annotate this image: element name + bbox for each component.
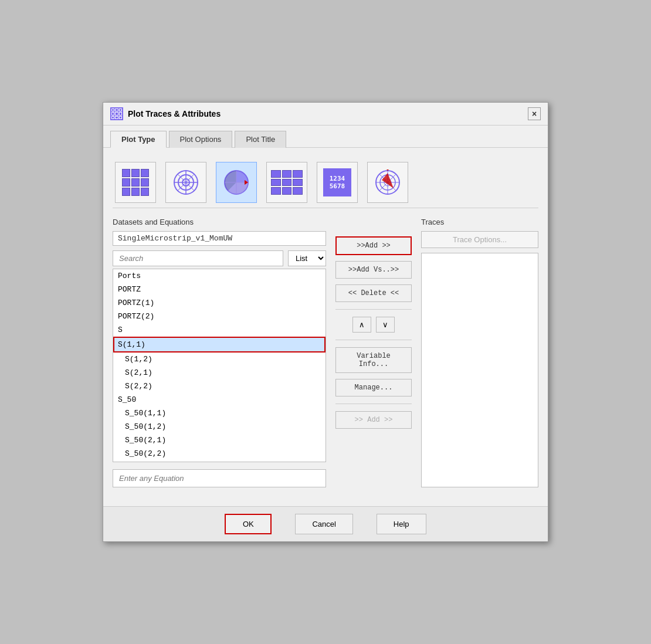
list-item[interactable]: S_50(2,1) — [113, 433, 326, 447]
polar-icon — [172, 168, 200, 196]
add-vs-button[interactable]: >>Add Vs..>> — [335, 261, 412, 279]
traces-label: Traces — [421, 218, 538, 226]
close-button[interactable]: × — [528, 107, 541, 120]
traces-list[interactable] — [421, 253, 538, 487]
table-icon — [271, 170, 303, 195]
grid-icon — [122, 169, 149, 196]
plot-icon-pie[interactable] — [216, 162, 257, 203]
delete-button[interactable]: << Delete << — [335, 284, 412, 302]
title-bar: Plot Traces & Attributes × — [103, 103, 548, 126]
list-item[interactable]: S(2,2) — [113, 379, 326, 393]
dataset-select[interactable]: SingleMicrostrip_v1_MomUW — [113, 231, 326, 246]
up-button[interactable]: ∧ — [352, 317, 371, 333]
tab-plot-type[interactable]: Plot Type — [110, 131, 167, 148]
content-area: 1234 5678 — [103, 148, 548, 497]
list-item-selected[interactable]: S(1,1) — [113, 337, 326, 352]
plot-type-icons: 1234 5678 — [113, 157, 538, 208]
pie-icon — [222, 168, 250, 196]
items-list[interactable]: Ports PORTZ PORTZ(1) PORTZ(2) S S(1,1) S… — [113, 269, 326, 462]
list-item[interactable]: S_50(1,2) — [113, 420, 326, 433]
list-item[interactable]: PORTZ(1) — [113, 296, 326, 310]
list-item[interactable]: S(2,1) — [113, 366, 326, 379]
numtable-icon: 1234 5678 — [323, 168, 351, 196]
dataset-dropdown-row: SingleMicrostrip_v1_MomUW — [113, 231, 326, 246]
add-button[interactable]: >>Add >> — [335, 236, 412, 255]
middle-column-buttons: >>Add >> >>Add Vs..>> << Delete << ∧ ∨ V… — [335, 218, 412, 487]
trace-options-button[interactable]: Trace Options... — [421, 231, 538, 248]
dialog: Plot Traces & Attributes × Plot Type Plo… — [103, 102, 548, 542]
list-item[interactable]: PORTZ(2) — [113, 310, 326, 323]
app-icon — [110, 107, 123, 120]
plot-icon-polar[interactable] — [165, 162, 206, 203]
equation-add-button[interactable]: >> Add >> — [335, 411, 412, 429]
plot-icon-numtable[interactable]: 1234 5678 — [317, 162, 358, 203]
divider — [335, 404, 412, 404]
list-item[interactable]: Ports — [113, 269, 326, 283]
equation-input[interactable] — [113, 469, 326, 487]
divider — [335, 309, 412, 310]
nav-buttons: ∧ ∨ — [335, 317, 412, 333]
dialog-title: Plot Traces & Attributes — [128, 109, 221, 118]
divider — [335, 340, 412, 340]
down-button[interactable]: ∨ — [376, 317, 395, 333]
search-input[interactable] — [113, 250, 283, 266]
list-item[interactable]: S(1,2) — [113, 352, 326, 366]
radar-icon — [374, 168, 402, 196]
list-type-select[interactable]: ListTree — [288, 250, 326, 266]
plot-icon-grid[interactable] — [115, 162, 156, 203]
manage-button[interactable]: Manage... — [335, 379, 412, 396]
title-bar-left: Plot Traces & Attributes — [110, 107, 221, 120]
plot-icon-table[interactable] — [266, 162, 307, 203]
left-column: Datasets and Equations SingleMicrostrip_… — [113, 218, 326, 487]
search-list-row: ListTree — [113, 250, 326, 266]
datasets-label: Datasets and Equations — [113, 218, 326, 226]
dialog-footer: OK Cancel Help — [103, 506, 548, 541]
right-column-traces: Traces Trace Options... — [421, 218, 538, 487]
ok-button[interactable]: OK — [225, 514, 272, 534]
list-item[interactable]: S_50(1,1) — [113, 406, 326, 420]
list-item[interactable]: S — [113, 323, 326, 337]
plot-icon-radar[interactable] — [367, 162, 408, 203]
main-columns: Datasets and Equations SingleMicrostrip_… — [113, 218, 538, 487]
list-item[interactable]: S_50 — [113, 393, 326, 406]
list-item[interactable]: PORTZ — [113, 283, 326, 296]
cancel-button[interactable]: Cancel — [295, 514, 352, 534]
variable-info-button[interactable]: Variable Info... — [335, 347, 412, 373]
list-item[interactable]: S_50(2,2) — [113, 447, 326, 460]
tab-plot-options[interactable]: Plot Options — [169, 131, 233, 148]
tab-plot-title[interactable]: Plot Title — [235, 131, 286, 148]
tab-bar: Plot Type Plot Options Plot Title — [103, 126, 548, 148]
help-button[interactable]: Help — [377, 514, 426, 534]
